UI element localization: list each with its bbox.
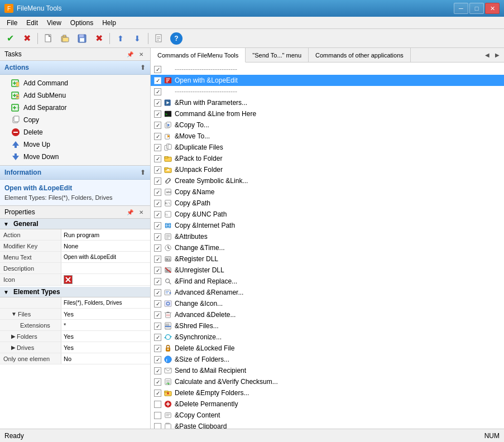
- action-add-separator[interactable]: Add Separator: [0, 102, 150, 114]
- props-val-folders[interactable]: Yes: [61, 331, 76, 342]
- cmd-row-unpack[interactable]: &Unpack Folder: [151, 164, 504, 175]
- tab-prev-button[interactable]: ◀: [483, 51, 492, 60]
- cmd-row-link[interactable]: Create Symbolic &Link...: [151, 175, 504, 186]
- cmd-check-unregdll[interactable]: [154, 267, 161, 274]
- toolbar-up-button[interactable]: ⬆: [113, 31, 128, 46]
- cmd-check-locked[interactable]: [154, 345, 161, 352]
- toolbar-down-button[interactable]: ⬇: [129, 31, 145, 46]
- cmd-row-size[interactable]: i &Size of Folders...: [151, 354, 504, 365]
- props-val-extensions[interactable]: *: [61, 320, 68, 330]
- menu-options[interactable]: Options: [66, 18, 98, 28]
- cmd-row-2[interactable]: ----------------------------: [151, 86, 504, 97]
- props-val-drives[interactable]: Yes: [61, 342, 76, 353]
- info-section-header[interactable]: Information ⬆: [0, 166, 150, 180]
- close-button[interactable]: ✕: [485, 3, 500, 14]
- cmd-row-delempty[interactable]: Delete &Empty Folders...: [151, 387, 504, 398]
- cmd-check-verify[interactable]: [154, 378, 161, 386]
- toolbar-delete-button[interactable]: ✖: [91, 31, 107, 46]
- minimize-button[interactable]: ─: [454, 3, 468, 14]
- cmd-check-mail[interactable]: [154, 367, 161, 374]
- cmd-row-changeicon[interactable]: Change &Icon...: [151, 298, 504, 309]
- commands-list[interactable]: ---------------------------- Open with &…: [151, 63, 504, 429]
- cmd-check-2[interactable]: [154, 88, 161, 95]
- props-val-action[interactable]: Run program: [61, 229, 102, 240]
- cmd-check-sync[interactable]: [154, 334, 161, 341]
- cmd-check-time[interactable]: [154, 244, 161, 252]
- cmd-check-shred[interactable]: [154, 323, 161, 330]
- actions-section-header[interactable]: Actions ⬆: [0, 61, 150, 75]
- props-val-description[interactable]: [61, 263, 66, 273]
- toolbar-ok-button[interactable]: ✔: [2, 31, 18, 46]
- tab-next-button[interactable]: ▶: [493, 51, 502, 60]
- toolbar-export-button[interactable]: [151, 31, 167, 46]
- menu-view[interactable]: View: [42, 18, 66, 28]
- cmd-row-0[interactable]: ----------------------------: [151, 64, 504, 75]
- cmd-check-moveto[interactable]: [154, 133, 161, 140]
- cmd-check-copypath[interactable]: [154, 200, 161, 207]
- cmd-check-copycont[interactable]: [154, 412, 161, 419]
- cmd-check-adel[interactable]: [154, 311, 161, 319]
- cmd-row-inetpath[interactable]: Copy &Internet Path: [151, 220, 504, 231]
- props-val-modifier[interactable]: None: [61, 241, 80, 251]
- cmd-check-inetpath[interactable]: [154, 222, 161, 229]
- help-button[interactable]: ?: [170, 32, 183, 45]
- cmd-row-unc[interactable]: \\ Copy &UNC Path: [151, 209, 504, 220]
- cmd-check-run[interactable]: [154, 99, 161, 107]
- toolbar-save-button[interactable]: [74, 31, 90, 46]
- cmd-row-adel[interactable]: Advanced &Delete...: [151, 309, 504, 320]
- cmd-check-changeicon[interactable]: [154, 300, 161, 308]
- action-move-down[interactable]: Move Down: [0, 151, 150, 163]
- cmd-check-copyto[interactable]: [154, 122, 161, 129]
- toolbar-open-button[interactable]: [57, 31, 73, 46]
- toolbar-cancel-button[interactable]: ✖: [19, 31, 35, 46]
- cmd-row-1[interactable]: Open with &LopeEdit: [151, 75, 504, 86]
- cmd-row-verify[interactable]: Calculate and &Verify Checksum...: [151, 376, 504, 387]
- action-move-up[interactable]: Move Up: [0, 138, 150, 151]
- cmd-check-unpack[interactable]: [154, 166, 161, 174]
- cmd-check-regdll[interactable]: [154, 256, 161, 263]
- toolbar-new-button[interactable]: [41, 31, 56, 46]
- cmd-row-run[interactable]: &Run with Parameters...: [151, 97, 504, 108]
- cmd-row-cmd[interactable]: >_ Command &Line from Here: [151, 108, 504, 119]
- cmd-check-find[interactable]: [154, 278, 161, 285]
- cmd-row-regdll[interactable]: DLL &Register DLL: [151, 253, 504, 265]
- cmd-check-dup[interactable]: [154, 144, 161, 151]
- cmd-check-delempty[interactable]: [154, 390, 161, 397]
- maximize-button[interactable]: □: [469, 3, 484, 14]
- tasks-pin-button[interactable]: 📌: [126, 50, 135, 59]
- cmd-check-rename[interactable]: [154, 289, 161, 296]
- elementtypes-expand-icon[interactable]: ▼: [3, 289, 9, 295]
- cmd-row-locked[interactable]: Delete &Locked File: [151, 343, 504, 354]
- props-val-menutext[interactable]: Open with &LopeEdit: [61, 252, 118, 262]
- action-add-submenu[interactable]: Add SubMenu: [0, 89, 150, 102]
- props-val-onlyone[interactable]: No: [61, 353, 74, 364]
- props-val-files[interactable]: Yes: [61, 309, 76, 319]
- folders-expand-icon[interactable]: ▶: [11, 333, 16, 339]
- files-expand-icon[interactable]: ▼: [11, 311, 17, 317]
- cmd-check-attr[interactable]: [154, 233, 161, 241]
- cmd-row-sync[interactable]: &Synchronize...: [151, 332, 504, 343]
- cmd-check-0[interactable]: [154, 66, 161, 73]
- properties-pin-button[interactable]: 📌: [126, 208, 135, 217]
- cmd-check-pack[interactable]: [154, 155, 161, 162]
- cmd-row-moveto[interactable]: &Move To...: [151, 131, 504, 142]
- properties-close-button[interactable]: ✕: [137, 208, 146, 217]
- cmd-check-copyname[interactable]: [154, 189, 161, 196]
- action-copy[interactable]: Copy: [0, 114, 150, 126]
- menu-edit[interactable]: Edit: [22, 18, 42, 28]
- cmd-row-rename[interactable]: Advanced &Renamer...: [151, 287, 504, 298]
- cmd-check-link[interactable]: [154, 177, 161, 185]
- cmd-row-copypath[interactable]: A:\ Copy &Path: [151, 198, 504, 209]
- cmd-row-find[interactable]: &Find and Replace...: [151, 276, 504, 287]
- props-val-icon[interactable]: [61, 274, 75, 285]
- cmd-check-cmd[interactable]: [154, 110, 161, 118]
- cmd-check-delperm[interactable]: [154, 401, 161, 408]
- tab-sendto[interactable]: "Send To..." menu: [246, 48, 309, 62]
- cmd-row-dup[interactable]: &Duplicate Files: [151, 142, 504, 153]
- general-expand-icon[interactable]: ▼: [3, 221, 9, 227]
- cmd-row-time[interactable]: Change &Time...: [151, 242, 504, 253]
- cmd-check-size[interactable]: [154, 356, 161, 363]
- cmd-row-copyname[interactable]: abc Copy &Name: [151, 186, 504, 198]
- cmd-row-copyto[interactable]: &Copy To...: [151, 119, 504, 131]
- cmd-check-paste[interactable]: [154, 423, 161, 429]
